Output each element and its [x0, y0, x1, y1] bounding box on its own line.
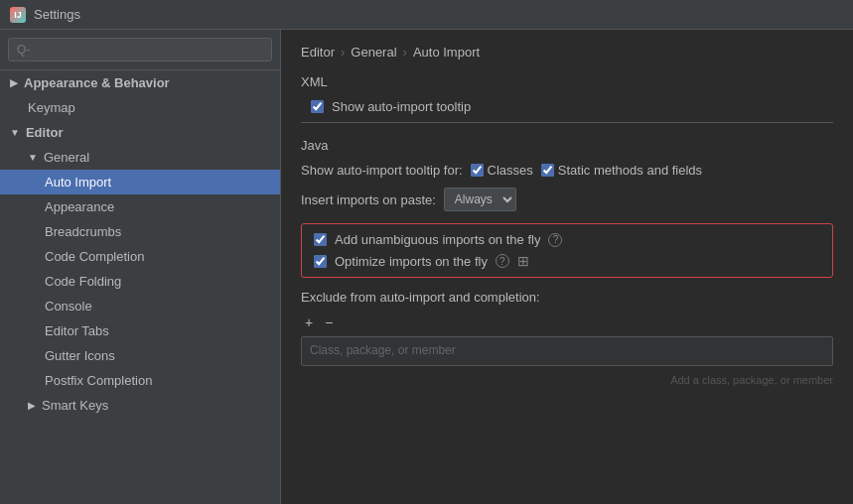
- java-tooltip-row: Show auto-import tooltip for: Classes St…: [301, 163, 833, 178]
- java-static-checkbox[interactable]: [541, 164, 554, 177]
- search-input[interactable]: [8, 38, 272, 62]
- sidebar-item-appearance[interactable]: Appearance: [0, 194, 280, 219]
- sidebar-item-breadcrumbs[interactable]: Breadcrumbs: [0, 219, 280, 244]
- exclude-watermark: Add a class, package, or member: [301, 374, 833, 386]
- highlighted-options-box: Add unambiguous imports on the fly ? Opt…: [301, 223, 833, 278]
- breadcrumb-sep-1: ›: [341, 45, 345, 60]
- divider-xml-java: [301, 122, 833, 123]
- sidebar-item-gutter-icons[interactable]: Gutter Icons: [0, 343, 280, 368]
- java-classes-checkbox-group: Classes: [471, 163, 533, 178]
- xml-show-tooltip-label: Show auto-import tooltip: [332, 99, 471, 114]
- optimize-label: Optimize imports on the fly: [335, 254, 488, 269]
- sidebar-item-appearance-behavior[interactable]: ▶ Appearance & Behavior: [0, 70, 280, 95]
- chevron-right-icon: ▶: [10, 77, 18, 88]
- chevron-down-icon: ▼: [10, 127, 20, 138]
- chevron-down-icon-2: ▼: [28, 152, 38, 163]
- sidebar-item-editor[interactable]: ▼ Editor: [0, 120, 280, 145]
- unambiguous-row: Add unambiguous imports on the fly ?: [314, 232, 820, 247]
- window-title: Settings: [34, 7, 80, 22]
- sidebar-item-code-folding[interactable]: Code Folding: [0, 269, 280, 294]
- sidebar-item-auto-import[interactable]: Auto Import: [0, 170, 280, 194]
- sidebar-item-general[interactable]: ▼ General: [0, 145, 280, 170]
- exclude-section: Exclude from auto-import and completion:…: [301, 290, 833, 386]
- main-content: ▶ Appearance & Behavior Keymap ▼ Editor …: [0, 30, 853, 504]
- optimize-grid-icon[interactable]: ⊞: [517, 253, 529, 269]
- sidebar-item-postfix-completion[interactable]: Postfix Completion: [0, 368, 280, 393]
- remove-exclude-button[interactable]: −: [321, 313, 337, 332]
- java-classes-checkbox[interactable]: [471, 164, 484, 177]
- app-icon: IJ: [10, 7, 26, 23]
- exclude-label: Exclude from auto-import and completion:: [301, 290, 833, 305]
- java-static-label: Static methods and fields: [558, 163, 702, 178]
- optimize-row: Optimize imports on the fly ? ⊞: [314, 253, 820, 269]
- xml-section-label: XML: [301, 74, 833, 89]
- titlebar: IJ Settings: [0, 0, 853, 30]
- java-classes-label: Classes: [488, 163, 533, 178]
- sidebar-item-code-completion[interactable]: Code Completion: [0, 244, 280, 269]
- java-paste-dropdown[interactable]: Always Ask Never: [444, 188, 516, 211]
- add-remove-bar: + −: [301, 313, 833, 332]
- sidebar: ▶ Appearance & Behavior Keymap ▼ Editor …: [0, 30, 281, 504]
- unambiguous-help-icon[interactable]: ?: [548, 233, 562, 247]
- sidebar-item-keymap[interactable]: Keymap: [0, 95, 280, 120]
- search-bar: [0, 30, 280, 70]
- sidebar-item-console[interactable]: Console: [0, 294, 280, 318]
- sidebar-item-smart-keys[interactable]: ▶ Smart Keys: [0, 393, 280, 418]
- java-paste-label: Insert imports on paste:: [301, 192, 436, 207]
- exclude-placeholder: Class, package, or member: [310, 343, 456, 357]
- xml-show-tooltip-checkbox[interactable]: [311, 100, 324, 113]
- optimize-checkbox[interactable]: [314, 255, 327, 268]
- unambiguous-checkbox[interactable]: [314, 233, 327, 246]
- unambiguous-label: Add unambiguous imports on the fly: [335, 232, 540, 247]
- breadcrumb: Editor › General › Auto Import: [301, 45, 833, 60]
- java-section: Java Show auto-import tooltip for: Class…: [301, 138, 833, 386]
- java-static-checkbox-group: Static methods and fields: [541, 163, 702, 178]
- java-section-label: Java: [301, 138, 833, 153]
- exclude-list: Class, package, or member: [301, 336, 833, 366]
- add-exclude-button[interactable]: +: [301, 313, 317, 332]
- java-paste-row: Insert imports on paste: Always Ask Neve…: [301, 188, 833, 211]
- java-tooltip-prefix: Show auto-import tooltip for:: [301, 163, 463, 178]
- right-panel: Editor › General › Auto Import XML Show …: [281, 30, 853, 504]
- chevron-right-icon-3: ▶: [28, 400, 36, 411]
- sidebar-item-editor-tabs[interactable]: Editor Tabs: [0, 318, 280, 343]
- xml-show-tooltip-row: Show auto-import tooltip: [301, 99, 833, 114]
- breadcrumb-sep-2: ›: [403, 45, 407, 60]
- optimize-help-icon[interactable]: ?: [496, 254, 509, 268]
